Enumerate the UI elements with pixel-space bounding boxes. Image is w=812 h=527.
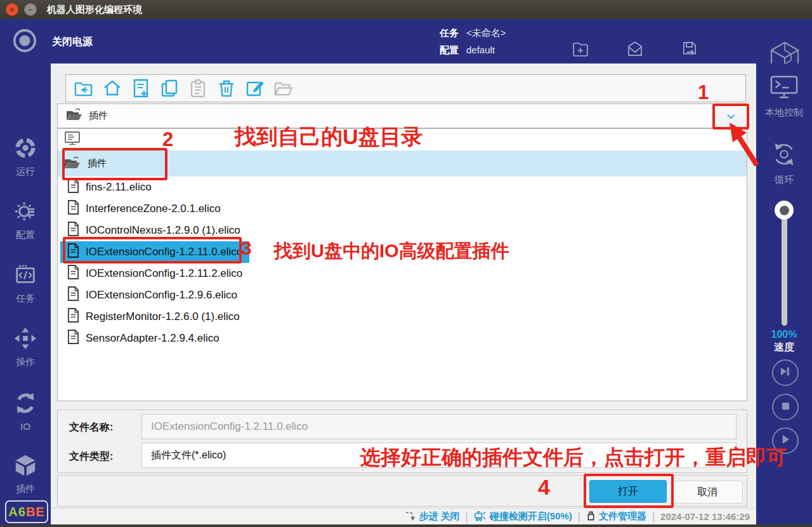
config-value: default [466, 44, 495, 55]
file-row[interactable]: IOExtensionConfig-1.2.9.6.elico [58, 284, 747, 306]
cancel-button[interactable]: 取消 [672, 481, 743, 504]
location-bar[interactable]: 插件 [57, 103, 747, 128]
file-manager-button[interactable]: 文件管理器 [586, 510, 646, 523]
sidebar-task-label: 任务 [16, 293, 35, 305]
toolbar-delete-button[interactable] [216, 79, 236, 98]
save-icon [680, 40, 699, 62]
file-icon [67, 178, 79, 196]
file-row-selected[interactable]: IOExtensionConfig-1.2.11.0.elico [58, 241, 747, 263]
file-type-select[interactable] [141, 443, 737, 468]
file-list-panel: 插件 fins-2.11.elico InterferenceZone-2.0.… [57, 128, 747, 401]
sidebar-item-io[interactable]: IO [0, 384, 51, 432]
loop-label: 循环 [775, 174, 794, 186]
file-name: SensorAdapter-1.2.9.4.elico [86, 332, 219, 345]
run-icon [13, 136, 37, 163]
toolbar-home-button[interactable] [102, 79, 122, 98]
file-name: RegisterMonitor-1.2.6.0 (1).elico [86, 310, 240, 323]
gear-icon [13, 199, 37, 226]
location-dropdown-button[interactable] [715, 104, 747, 128]
window-bottom-edge [0, 524, 812, 527]
status-datetime: 2024-07-12 13:46:29 [660, 511, 750, 522]
step-forward-button[interactable] [772, 359, 799, 386]
file-name: IOExtensionConfig-1.2.9.6.elico [86, 289, 237, 302]
power-icon[interactable] [11, 27, 38, 57]
file-name: IOControlNexus-1.2.9.0 (1).elico [86, 224, 240, 237]
speed-slider-handle[interactable] [775, 201, 794, 220]
skip-icon [780, 366, 791, 379]
sidebar-item-run[interactable]: 运行 [0, 130, 51, 178]
window-title: 机器人图形化编程环境 [47, 4, 142, 16]
sidebar-item-task[interactable]: 任务 [0, 257, 51, 305]
collision-icon [474, 510, 487, 523]
open-button[interactable]: 打开 [589, 480, 667, 503]
status-separator: | [652, 511, 655, 523]
toolbar-back-folder-button[interactable] [74, 79, 93, 98]
file-icon [67, 222, 79, 239]
file-row[interactable]: RegisterMonitor-1.2.6.0 (1).elico [58, 306, 747, 328]
file-name-input[interactable] [141, 414, 737, 439]
file-type-label: 文件类型: [69, 450, 113, 464]
file-icon [67, 200, 79, 218]
file-name: InterferenceZone-2.0.1.elico [86, 203, 221, 215]
cube-icon [13, 453, 37, 480]
collision-detect-toggle[interactable]: 碰撞检测开启(50%) [474, 510, 572, 523]
computer-list-icon [64, 131, 81, 149]
terminal-icon [770, 75, 798, 103]
new-folder-icon [571, 40, 590, 62]
file-name: fins-2.11.elico [86, 181, 152, 194]
status-separator: | [466, 511, 468, 523]
sidebar-item-config[interactable]: 配置 [0, 193, 51, 241]
task-label: 任务 [440, 27, 459, 38]
file-form-panel: 文件名称: 文件类型: [57, 410, 747, 473]
window-minimize-icon[interactable]: − [24, 3, 37, 16]
file-icon [67, 308, 79, 326]
file-row[interactable]: InterferenceZone-2.0.1.elico [58, 198, 747, 220]
status-bar: 步进 关闭 | 碰撞检测开启(50%) | 文件管理器 | 2024-07-12… [51, 508, 756, 524]
robot-model-badge: A6BE [5, 500, 48, 523]
toolbar-open-folder-button[interactable] [273, 79, 293, 98]
io-cycle-icon [13, 391, 37, 418]
dialog-toolbar [65, 74, 746, 102]
toolbar-paste-button[interactable] [188, 79, 207, 98]
file-row[interactable]: fins-2.11.elico [58, 177, 747, 198]
local-control-button[interactable]: 本地控制 [756, 75, 812, 119]
sidebar-item-plugin[interactable]: 插件 [0, 447, 51, 495]
code-screen-icon [13, 263, 37, 290]
move-arrows-icon [13, 326, 37, 353]
file-dialog: 插件 插件 fins-2.11.elico InterferenceZone-2… [51, 63, 756, 524]
toolbar-rename-button[interactable] [245, 79, 265, 98]
app-header: 关闭电源 任务<未命名> 配置default 新建 打开 保存 [0, 19, 812, 63]
file-row[interactable]: IOExtensionConfig-1.2.11.2.elico [58, 263, 747, 284]
right-sidebar: 本地控制 循环 100% 速度 [756, 63, 812, 524]
step-mode-label: 步进 关闭 [419, 510, 459, 523]
dropdown-item-computer[interactable] [58, 129, 747, 150]
step-arrow-icon [405, 510, 416, 523]
speed-slider-track[interactable] [782, 213, 787, 326]
sidebar-item-operate[interactable]: 操作 [0, 320, 51, 368]
loop-icon [770, 141, 798, 170]
file-row[interactable]: SensorAdapter-1.2.9.4.elico [58, 328, 747, 349]
dropdown-item-plugin-folder[interactable]: 插件 [58, 150, 747, 177]
toolbar-new-file-button[interactable] [131, 79, 150, 98]
file-row[interactable]: IOControlNexus-1.2.9.0 (1).elico [58, 220, 747, 241]
speed-label: 速度 [756, 341, 812, 354]
stop-button[interactable] [772, 394, 799, 420]
window-close-icon[interactable]: ✕ [6, 3, 18, 16]
toolbar-copy-button[interactable] [159, 79, 179, 98]
config-label: 配置 [440, 44, 459, 55]
usb-drive-icon [586, 510, 596, 523]
badge-part2: BE [26, 505, 45, 519]
file-icon [67, 265, 79, 283]
file-icon [67, 286, 79, 304]
chevron-down-icon [726, 110, 736, 122]
window-titlebar: ✕ − 机器人图形化编程环境 [0, 0, 812, 19]
dropdown-item-label: 插件 [88, 157, 107, 170]
sidebar-plugin-label: 插件 [16, 483, 35, 495]
file-icon [67, 243, 79, 261]
loop-button[interactable]: 循环 [756, 141, 812, 186]
step-mode-toggle[interactable]: 步进 关闭 [405, 510, 459, 523]
folder-open-icon [64, 156, 81, 171]
stop-icon [781, 401, 790, 413]
file-name: IOExtensionConfig-1.2.11.2.elico [86, 267, 242, 280]
play-button[interactable] [772, 427, 799, 454]
